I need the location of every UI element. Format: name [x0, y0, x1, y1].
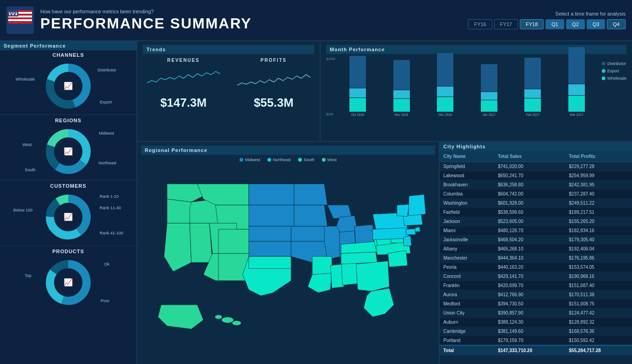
bar-nov-2016: Nov 2016	[381, 60, 422, 116]
bar-oct-2016: Oct 2016	[337, 56, 378, 116]
city-name: Fairfield	[440, 208, 494, 217]
table-row: Cambridge $381,149.60 $168,576.36	[440, 327, 632, 336]
fy16-button[interactable]: FY16	[468, 19, 492, 29]
table-row: Manchester $444,364.10 $176,195.86	[440, 254, 632, 263]
city-table-scroll[interactable]: City Name Total Sales Total Profits Spri…	[440, 151, 632, 364]
customers-title: CUSTOMERS	[50, 183, 86, 189]
city-profits: $189,217.51	[565, 208, 632, 217]
south-label: South	[25, 168, 36, 172]
channels-donut: 📈 Distributor Wholesale Export	[34, 59, 103, 114]
table-row: Columbia $604,742.00 $237,287.40	[440, 190, 632, 199]
legend-distributor: Distributor	[602, 61, 627, 66]
profits-section: PROFITS $55.3M	[233, 58, 314, 110]
products-section: PRODUCTS 📈 Top Ok Poor	[0, 245, 136, 313]
regional-panel: Regional Performance Midwest Northeast S…	[137, 142, 440, 364]
revenues-sparkline	[147, 65, 220, 92]
city-sales: $444,364.10	[494, 254, 565, 263]
q3-button[interactable]: Q3	[587, 19, 605, 29]
legend-wholesale-label: Wholesale	[607, 76, 627, 81]
segment-performance-header: Segment Performance	[0, 41, 136, 50]
table-row: Fairfield $538,599.60 $189,217.51	[440, 208, 632, 217]
city-panel: City Highlights City Name Total Sales To…	[440, 142, 632, 364]
regional-header: Regional Performance	[141, 146, 435, 155]
city-name: Brookhaven	[440, 180, 494, 190]
ok-label: Ok	[104, 262, 109, 266]
legend-export-label: Export	[607, 69, 619, 73]
q4-button[interactable]: Q4	[607, 19, 626, 29]
q1-button[interactable]: Q1	[545, 19, 564, 29]
city-sales: $394,730.50	[494, 299, 565, 309]
trends-panel: Trends REVENUES $147.3M PROFITS	[137, 41, 321, 141]
col-total-profits: Total Profits	[565, 151, 632, 162]
channels-title: CHANNELS	[52, 52, 84, 58]
city-sales: $465,268.10	[494, 244, 565, 254]
city-profits: $176,195.86	[565, 254, 632, 263]
bar-label-mar2017: Mar 2017	[570, 113, 583, 116]
city-sales: $468,504.20	[494, 235, 565, 244]
city-sales: $601,928.00	[494, 199, 565, 208]
profits-value: $55.3M	[254, 96, 294, 110]
city-profits: $155,265.20	[565, 217, 632, 226]
city-sales: $429,141.70	[494, 272, 565, 281]
city-name: Portland	[440, 336, 494, 346]
legend-west-label: West	[327, 158, 337, 162]
city-sales: $636,258.80	[494, 180, 565, 190]
header-title: PERFORMANCE SUMMARY	[40, 15, 468, 32]
fy18-button[interactable]: FY18	[520, 19, 544, 29]
city-profits: $153,574.05	[565, 263, 632, 272]
total-label: Total	[440, 345, 494, 355]
header-text: How have our performance metrics been tr…	[40, 9, 468, 32]
city-highlights-table: City Name Total Sales Total Profits Spri…	[440, 151, 632, 355]
rank11-40-label: Rank 11-40	[99, 206, 121, 210]
poor-label: Poor	[101, 299, 109, 303]
bar-mar-2017: Mar 2017	[556, 47, 597, 116]
us-map-container	[141, 164, 435, 349]
city-sales: $420,699.70	[494, 281, 565, 290]
city-name: Jackson	[440, 217, 494, 226]
city-highlights-header: City Highlights	[440, 142, 632, 151]
q2-button[interactable]: Q2	[566, 19, 585, 29]
regions-title: REGIONS	[55, 118, 82, 123]
col-city-name: City Name	[440, 151, 494, 162]
city-name: Manchester	[440, 254, 494, 263]
city-sales: $412,766.90	[494, 290, 565, 299]
svg-text:📈: 📈	[64, 278, 73, 287]
city-sales: $538,599.60	[494, 208, 565, 217]
city-profits: $237,287.40	[565, 190, 632, 199]
svg-rect-4	[8, 19, 32, 21]
trends-charts: REVENUES $147.3M PROFITS $55.3M	[143, 54, 314, 110]
city-profits: $190,968.16	[565, 272, 632, 281]
table-row: Auburn $388,124.30 $128,892.32	[440, 318, 632, 327]
fy17-button[interactable]: FY17	[494, 19, 518, 29]
right-content: Trends REVENUES $147.3M PROFITS	[137, 41, 632, 364]
y-label-20m: $20M	[326, 57, 335, 61]
midwest-label: Midwest	[99, 131, 114, 136]
table-row: Aurora $412,766.90 $170,511.38	[440, 290, 632, 299]
fy-button-group: FY16 FY17 FY18 Q1 Q2 Q3 Q4	[468, 19, 626, 29]
bar-label-nov2016: Nov 2016	[395, 113, 409, 116]
total-profits-value: $55,284,717.28	[565, 345, 632, 355]
us-map-svg	[143, 166, 433, 347]
city-name: Union City	[440, 309, 494, 318]
table-row: Springfield $741,020.00 $229,277.28	[440, 162, 632, 171]
city-sales: $179,159.70	[494, 336, 565, 346]
bar-label-feb2017: Feb 2017	[526, 113, 540, 116]
city-name: Franklin	[440, 281, 494, 290]
legend-northeast: Northeast	[267, 158, 291, 162]
profits-sparkline	[237, 65, 311, 92]
city-name: Aurora	[440, 290, 494, 299]
month-legend: Distributor Export Wholesale	[597, 57, 627, 81]
sidebar-scroll[interactable]: CHANNELS 📈 Distributor Wholesale	[0, 50, 136, 364]
city-profits: $229,277.28	[565, 162, 632, 171]
regions-section: REGIONS 📈 Midwest West Northeast South	[0, 114, 136, 180]
city-sales: $381,149.60	[494, 327, 565, 336]
city-profits: $124,477.42	[565, 309, 632, 318]
bar-label-oct2016: Oct 2016	[351, 113, 364, 116]
bar-feb-2017: Feb 2017	[512, 58, 554, 116]
city-sales: $741,020.00	[494, 162, 565, 171]
city-sales: $650,241.70	[494, 171, 565, 180]
export-label: Export	[100, 100, 112, 104]
city-sales: $480,128.70	[494, 226, 565, 235]
city-profits: $151,008.75	[565, 299, 632, 309]
city-profits: $249,511.22	[565, 199, 632, 208]
